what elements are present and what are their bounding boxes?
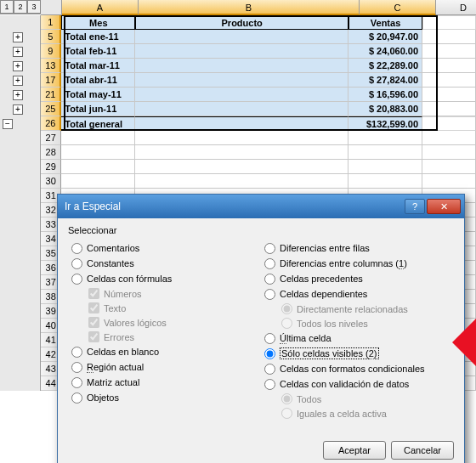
row-header[interactable]: 25 xyxy=(41,102,61,116)
ok-button[interactable]: Aceptar xyxy=(323,441,386,460)
cell[interactable] xyxy=(348,160,422,174)
outline-level-2[interactable]: 2 xyxy=(14,0,27,14)
option-visibles[interactable]: Sólo celdas visibles (2) xyxy=(261,346,454,361)
option-ultima[interactable]: Última celda xyxy=(261,330,454,346)
option-valid[interactable]: Celdas con validación de datos xyxy=(261,376,454,392)
cell[interactable] xyxy=(135,145,348,160)
row-header[interactable]: 13 xyxy=(41,59,61,73)
cell[interactable] xyxy=(422,102,476,116)
option-cond[interactable]: Celdas con formatos condicionales xyxy=(261,361,454,376)
cell-value[interactable]: $ 20,947.00 xyxy=(348,30,422,44)
cell-value[interactable]: $ 16,596.00 xyxy=(348,88,422,102)
row-header[interactable]: 1 xyxy=(41,15,61,30)
expand-icon[interactable]: + xyxy=(13,61,23,71)
cell-header-ventas[interactable]: Ventas xyxy=(348,15,422,30)
radio-matriz[interactable] xyxy=(71,377,82,388)
option-diffilas[interactable]: Diferencias entre filas xyxy=(261,240,454,256)
row-header[interactable]: 9 xyxy=(41,44,61,59)
expand-icon[interactable]: + xyxy=(13,47,23,57)
row-header[interactable]: 5 xyxy=(41,30,61,44)
radio-blanco[interactable] xyxy=(71,347,82,358)
dialog-titlebar[interactable]: Ir a Especial ? ✕ xyxy=(58,195,464,218)
option-region[interactable]: Región actual xyxy=(68,359,261,375)
cell-month-total[interactable]: Total mar-11 xyxy=(61,59,135,73)
cell[interactable] xyxy=(422,88,476,102)
cell[interactable] xyxy=(135,73,348,88)
radio-cond[interactable] xyxy=(264,364,275,375)
cell[interactable] xyxy=(61,145,135,160)
cell[interactable] xyxy=(135,160,348,174)
cell[interactable] xyxy=(348,174,422,189)
row-header[interactable]: 26 xyxy=(41,116,61,131)
radio-objetos[interactable] xyxy=(71,392,82,404)
option-blanco[interactable]: Celdas en blanco xyxy=(68,344,261,359)
expand-icon[interactable]: + xyxy=(13,104,23,115)
option-constantes[interactable]: Constantes xyxy=(68,256,261,271)
radio-preced[interactable] xyxy=(264,274,275,285)
cell-month-total[interactable]: Total ene-11 xyxy=(61,30,135,44)
option-objetos[interactable]: Objetos xyxy=(68,390,261,405)
outline-level-3[interactable]: 3 xyxy=(27,0,41,14)
col-header-d[interactable]: D xyxy=(436,0,476,15)
help-button[interactable]: ? xyxy=(405,199,425,214)
cell-header-producto[interactable]: Producto xyxy=(135,15,348,30)
option-comentarios[interactable]: Comentarios xyxy=(68,240,261,256)
col-header-a[interactable]: A xyxy=(62,0,139,15)
cell[interactable] xyxy=(61,160,135,174)
cell-value[interactable]: $ 20,883.00 xyxy=(348,102,422,116)
cell[interactable] xyxy=(422,30,476,44)
collapse-icon[interactable]: − xyxy=(3,119,13,129)
col-header-c[interactable]: C xyxy=(360,0,436,15)
radio-depend[interactable] xyxy=(264,289,275,300)
col-header-b[interactable]: B xyxy=(139,0,360,15)
cell[interactable] xyxy=(422,15,476,30)
cell[interactable] xyxy=(135,131,348,145)
cell[interactable] xyxy=(422,131,476,145)
row-header[interactable]: 17 xyxy=(41,73,61,88)
cell-month-total[interactable]: Total abr-11 xyxy=(61,73,135,88)
cell-header-mes[interactable]: Mes xyxy=(61,15,135,30)
radio-difcols[interactable] xyxy=(264,258,275,269)
option-preced[interactable]: Celdas precedentes xyxy=(261,271,454,286)
cell[interactable] xyxy=(61,131,135,145)
cell-value[interactable]: $ 27,824.00 xyxy=(348,73,422,88)
cell-total-value[interactable]: $132,599.00 xyxy=(348,116,422,131)
cell[interactable] xyxy=(135,30,348,44)
select-all[interactable] xyxy=(41,0,62,15)
cell[interactable] xyxy=(422,160,476,174)
row-header[interactable]: 27 xyxy=(41,131,61,145)
option-formulas[interactable]: Celdas con fórmulas xyxy=(68,271,261,286)
cell[interactable] xyxy=(348,131,422,145)
expand-icon[interactable]: + xyxy=(13,76,23,86)
cancel-button[interactable]: Cancelar xyxy=(391,441,454,460)
cell-month-total[interactable]: Total may-11 xyxy=(61,88,135,102)
cell[interactable] xyxy=(422,145,476,160)
option-depend[interactable]: Celdas dependientes xyxy=(261,286,454,302)
radio-valid[interactable] xyxy=(264,379,275,390)
option-difcols[interactable]: Diferencias entre columnas (1) xyxy=(261,256,454,271)
cell[interactable] xyxy=(135,88,348,102)
expand-icon[interactable]: + xyxy=(13,90,23,100)
row-header[interactable]: 30 xyxy=(41,174,61,189)
cell[interactable] xyxy=(135,174,348,189)
cell-month-total[interactable]: Total feb-11 xyxy=(61,44,135,59)
radio-ultima[interactable] xyxy=(264,333,275,344)
radio-comentarios[interactable] xyxy=(71,243,82,254)
radio-formulas[interactable] xyxy=(71,274,82,285)
radio-region[interactable] xyxy=(71,362,82,373)
cell-value[interactable]: $ 24,060.00 xyxy=(348,44,422,59)
radio-constantes[interactable] xyxy=(71,258,82,269)
option-matriz[interactable]: Matriz actual xyxy=(68,375,261,390)
cell[interactable] xyxy=(422,174,476,189)
cell[interactable] xyxy=(61,174,135,189)
cell[interactable] xyxy=(135,59,348,73)
cell[interactable] xyxy=(135,44,348,59)
expand-icon[interactable]: + xyxy=(13,32,23,42)
row-header[interactable]: 21 xyxy=(41,88,61,102)
row-header[interactable]: 28 xyxy=(41,145,61,160)
cell-month-total[interactable]: Total jun-11 xyxy=(61,102,135,116)
row-header[interactable]: 29 xyxy=(41,160,61,174)
cell-total-general[interactable]: Total general xyxy=(61,116,135,131)
cell[interactable] xyxy=(422,59,476,73)
outline-level-1[interactable]: 1 xyxy=(0,0,14,14)
